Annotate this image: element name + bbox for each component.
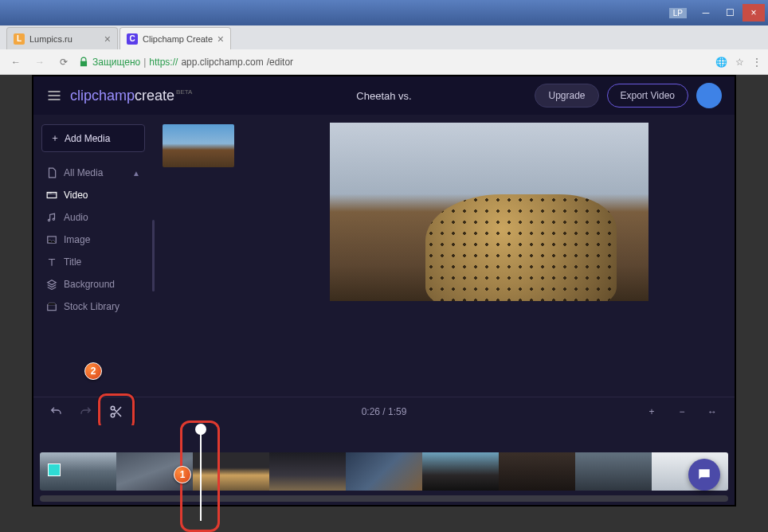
tab-close-icon[interactable]: × [104, 33, 111, 45]
app-header: clipchampcreateBETA Cheetah vs. Upgrade … [33, 76, 735, 115]
window-titlebar: LP ─ ☐ × [0, 0, 768, 25]
timeline-clip[interactable] [269, 452, 346, 491]
app-window: clipchampcreateBETA Cheetah vs. Upgrade … [32, 75, 736, 507]
preview-pane [244, 115, 735, 397]
sidebar-item-label: Background [64, 279, 115, 290]
window-maximize-button[interactable]: ☐ [719, 4, 741, 22]
browser-menu-icon[interactable]: ⋮ [752, 57, 762, 68]
file-icon [46, 167, 57, 178]
tab-close-icon[interactable]: × [217, 33, 224, 45]
lock-icon [78, 57, 89, 68]
timeline[interactable] [33, 425, 735, 505]
undo-icon [49, 405, 62, 418]
annotation-badge-1: 1 [174, 466, 191, 483]
media-thumbnail[interactable] [163, 124, 234, 167]
sidebar-item-video[interactable]: Video [41, 184, 145, 206]
scissors-icon [109, 405, 123, 419]
hamburger-icon[interactable] [46, 88, 62, 104]
collapse-icon: ▲ [132, 169, 140, 178]
sidebar-scrollbar[interactable] [152, 220, 155, 291]
lp-badge: LP [669, 8, 687, 18]
timeline-clip[interactable] [40, 452, 116, 491]
timeline-toolbar: 0:26 / 1:59 + − ↔ [33, 397, 735, 425]
tab-title: Clipchamp Create [143, 34, 213, 44]
video-preview[interactable] [330, 123, 648, 301]
playhead-line[interactable] [200, 433, 202, 521]
timeline-clip[interactable] [575, 452, 652, 491]
avatar[interactable] [696, 83, 722, 108]
tab-lumpics[interactable]: L Lumpics.ru × [6, 27, 118, 49]
sidebar-item-label: Audio [64, 212, 88, 223]
url-host: app.clipchamp.com [181, 57, 263, 68]
sidebar: ＋ Add Media All Media ▲ Video Audio [33, 115, 153, 397]
browser-forward-button[interactable]: → [30, 57, 49, 68]
chat-icon [696, 467, 712, 483]
favicon-clipchamp-icon: C [127, 33, 138, 45]
chat-widget[interactable] [688, 459, 720, 491]
split-clip-button[interactable] [105, 401, 127, 423]
sidebar-item-all-media[interactable]: All Media ▲ [41, 162, 145, 184]
sidebar-item-title[interactable]: Title [41, 251, 145, 273]
sidebar-item-label: All Media [64, 167, 103, 178]
upgrade-button[interactable]: Upgrade [535, 84, 598, 108]
add-media-button[interactable]: ＋ Add Media [41, 124, 145, 152]
sidebar-item-label: Stock Library [64, 301, 120, 312]
time-display: 0:26 / 1:59 [362, 406, 407, 417]
undo-button[interactable] [45, 401, 67, 423]
svg-rect-2 [48, 305, 57, 311]
url-scheme: https:// [149, 57, 178, 68]
stock-icon [46, 301, 57, 312]
logo: clipchampcreateBETA [70, 88, 192, 104]
title-icon [46, 256, 57, 268]
sidebar-item-label: Video [64, 190, 88, 201]
bookmark-icon[interactable]: ☆ [735, 57, 744, 68]
plus-icon: ＋ [50, 131, 60, 145]
zoom-fit-button[interactable]: ↔ [701, 401, 723, 423]
timeline-scrollbar[interactable] [40, 495, 728, 502]
timeline-clip[interactable] [346, 452, 422, 491]
sidebar-item-label: Image [64, 234, 90, 245]
redo-icon [80, 405, 92, 418]
address-field[interactable]: Защищено | https://app.clipchamp.com/edi… [78, 57, 711, 68]
tab-title: Lumpics.ru [29, 34, 72, 44]
project-title[interactable]: Cheetah vs. [356, 90, 411, 102]
image-icon [46, 234, 57, 245]
annotation-badge-2: 2 [84, 362, 102, 380]
timeline-clip[interactable] [499, 452, 575, 491]
sidebar-item-image[interactable]: Image [41, 229, 145, 251]
sidebar-item-audio[interactable]: Audio [41, 206, 145, 229]
sidebar-item-stock-library[interactable]: Stock Library [41, 295, 145, 318]
timeline-clip[interactable] [193, 452, 269, 491]
window-close-button[interactable]: × [743, 4, 765, 22]
sidebar-item-background[interactable]: Background [41, 273, 145, 295]
export-video-button[interactable]: Export Video [607, 84, 689, 108]
main-area: ＋ Add Media All Media ▲ Video Audio [33, 115, 735, 397]
translate-icon[interactable]: 🌐 [715, 57, 727, 68]
layers-icon [46, 279, 57, 290]
timeline-clips[interactable] [40, 452, 728, 491]
media-bin [153, 115, 244, 397]
zoom-out-button[interactable]: − [671, 401, 693, 423]
browser-reload-button[interactable]: ⟳ [54, 57, 73, 68]
browser-tabs: L Lumpics.ru × C Clipchamp Create × [0, 25, 768, 49]
tab-clipchamp[interactable]: C Clipchamp Create × [120, 27, 231, 49]
browser-url-bar: ← → ⟳ Защищено | https://app.clipchamp.c… [0, 49, 768, 75]
audio-icon [46, 212, 57, 223]
favicon-lumpics-icon: L [14, 33, 25, 45]
sidebar-item-label: Title [64, 256, 81, 268]
redo-button[interactable] [75, 401, 97, 423]
browser-back-button[interactable]: ← [6, 57, 25, 68]
svg-rect-0 [47, 193, 57, 198]
video-icon [46, 190, 57, 201]
secure-label: Защищено [92, 57, 140, 68]
url-path: /editor [267, 57, 293, 68]
timeline-clip[interactable] [422, 452, 499, 491]
zoom-in-button[interactable]: + [641, 401, 663, 423]
window-minimize-button[interactable]: ─ [695, 4, 717, 22]
